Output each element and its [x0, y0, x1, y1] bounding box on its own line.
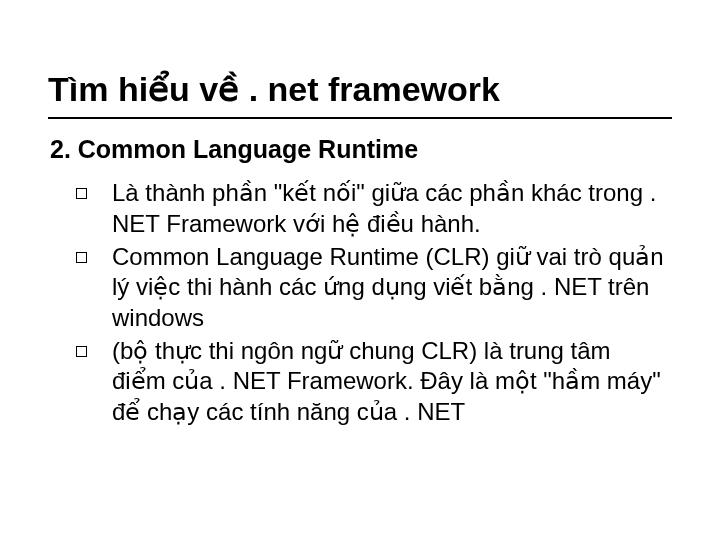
slide-subtitle: 2. Common Language Runtime	[50, 135, 672, 164]
slide-title: Tìm hiểu về . net framework	[48, 70, 672, 109]
list-item: Common Language Runtime (CLR) giữ vai tr…	[76, 242, 664, 334]
title-rule	[48, 117, 672, 119]
bullet-list: Là thành phần "kết nối" giữa các phần kh…	[48, 178, 672, 428]
slide: Tìm hiểu về . net framework 2. Common La…	[0, 0, 720, 540]
list-item: (bộ thực thi ngôn ngữ chung CLR) là trun…	[76, 336, 664, 428]
list-item: Là thành phần "kết nối" giữa các phần kh…	[76, 178, 664, 239]
